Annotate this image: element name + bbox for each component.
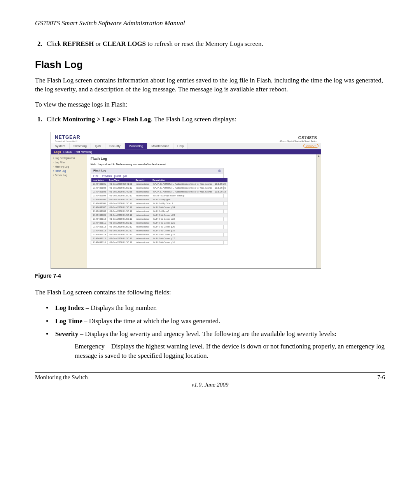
header-rule xyxy=(35,29,385,29)
pager-first[interactable]: First xyxy=(93,175,98,177)
sub-tabs: LogsRMONPort Mirroring xyxy=(51,149,321,154)
table-row: 214748361201-Jan-2000 01:50:12Informatio… xyxy=(91,225,228,229)
footer-left: Monitoring the Switch xyxy=(35,374,88,381)
sidebar-item-flash-log[interactable]: › Flash Log xyxy=(53,170,84,172)
tab-monitoring[interactable]: Monitoring xyxy=(125,143,147,149)
table-row: 214748360901-Jan-2000 01:50:12Informatio… xyxy=(91,213,228,217)
field-bullet: Log Index – Displays the log number. xyxy=(46,303,385,313)
step-number: 2. xyxy=(37,40,47,48)
tab-maintenance[interactable]: Maintenance xyxy=(147,143,173,149)
fields-lead: The Flash Log screen contains the follow… xyxy=(35,288,385,297)
tab-security[interactable]: Security xyxy=(105,143,125,149)
table-row: 214748360401-Jan-2000 01:50:12Informatio… xyxy=(91,194,228,198)
footer-version: v1.0, June 2009 xyxy=(35,382,385,388)
intro-paragraph: The Flash Log screen contains informatio… xyxy=(35,76,385,94)
log-table: Log IndexLog TimeSeverityDescription2147… xyxy=(91,178,228,245)
table-row: 214748360101-Jan-2000 02:41:01Informatio… xyxy=(91,182,228,186)
panel-title: Flash Log xyxy=(91,157,317,161)
field-bullet: Log Time – Displays the time at which th… xyxy=(46,317,385,326)
table-row: 214748360201-Jan-2000 01:50:12Informatio… xyxy=(91,186,228,190)
sidebar-item-server-log[interactable]: › Server Log xyxy=(53,174,84,177)
help-icon[interactable]: ⓘ xyxy=(218,169,221,173)
subtab-port-mirroring[interactable]: Port Mirroring xyxy=(75,150,92,154)
col-severity: Severity xyxy=(134,178,151,182)
tab-qos[interactable]: QoS xyxy=(91,143,105,149)
pager-all[interactable]: All xyxy=(124,175,127,177)
footer-right: 7-6 xyxy=(377,374,385,381)
section-heading-flash-log: Flash Log xyxy=(35,59,385,71)
col-description: Description xyxy=(151,178,228,182)
pager-next[interactable]: Next xyxy=(116,175,121,177)
scrollbar[interactable] xyxy=(316,154,321,268)
sidebar: › Log Configuration› Log Filter› Memory … xyxy=(51,154,87,268)
col-log-time: Log Time xyxy=(108,178,134,182)
step-text: Click REFRESH or CLEAR LOGS to refresh o… xyxy=(47,40,385,48)
step-2: 2. Click REFRESH or CLEAR LOGS to refres… xyxy=(37,40,385,48)
doc-header: GS700TS Smart Switch Software Administra… xyxy=(35,19,385,27)
table-row: 214748360801-Jan-2000 01:50:12Informatio… xyxy=(91,209,228,213)
table-row: 214748361101-Jan-2000 01:50:12Informatio… xyxy=(91,221,228,225)
table-row: 214748361001-Jan-2000 01:50:12Informatio… xyxy=(91,217,228,221)
sidebar-item-log-configuration[interactable]: › Log Configuration xyxy=(53,157,84,159)
field-sub-bullet: Emergency – Displays the highest warning… xyxy=(67,342,385,360)
figure-caption: Figure 7-4 xyxy=(35,273,385,279)
logout-button[interactable]: LOGOUT xyxy=(303,144,318,148)
step-text: Click Monitoring > Logs > Flash Log. The… xyxy=(47,116,385,123)
screenshot-flash-log: NETGEAR Connect with Innovation™ GS748TS… xyxy=(51,132,321,269)
table-row: 214748361301-Jan-2000 01:50:12Informatio… xyxy=(91,229,228,233)
main-panel: Flash Log Note: Logs stored in flash mem… xyxy=(87,154,321,268)
table-row: 214748361601-Jan-2000 01:50:12Informatio… xyxy=(91,240,228,244)
subtab-rmon[interactable]: RMON xyxy=(63,150,72,154)
table-row: 214748361501-Jan-2000 01:50:12Informatio… xyxy=(91,236,228,240)
table-row: 214748361401-Jan-2000 01:50:12Informatio… xyxy=(91,233,228,236)
table-row: 214748360501-Jan-2000 01:50:12Informatio… xyxy=(91,198,228,201)
subtab-logs[interactable]: Logs xyxy=(54,150,61,154)
step-number: 1. xyxy=(37,116,47,123)
flash-note: Note: Logs stored in flash memory are sa… xyxy=(91,163,317,166)
device-model-sub: 48-port Gigabit Stackable Smart Switch xyxy=(280,140,317,142)
table-row: 214748360701-Jan-2000 01:50:12Informatio… xyxy=(91,205,228,209)
pager: First| Previous| Next| All xyxy=(91,174,223,178)
pager-previous[interactable]: Previous xyxy=(102,175,112,177)
sidebar-item-memory-log[interactable]: › Memory Log xyxy=(53,165,84,168)
field-list: Log Index – Displays the log number.Log … xyxy=(46,303,385,360)
field-bullet: Severity – Displays the log severity and… xyxy=(46,329,385,360)
device-model: GS748TS xyxy=(280,135,317,140)
col-log-index: Log Index xyxy=(91,178,108,182)
lead-sentence: To view the message logs in Flash: xyxy=(35,100,385,109)
tab-help[interactable]: Help xyxy=(173,143,188,149)
tab-switching[interactable]: Switching xyxy=(70,143,91,149)
brand-tagline: Connect with Innovation™ xyxy=(55,140,80,142)
brand-logo: NETGEAR xyxy=(55,135,80,140)
inner-panel-title: Flash Log xyxy=(93,169,106,173)
table-row: 214748360301-Jan-2000 01:49:55Informatio… xyxy=(91,190,228,194)
step-1: 1. Click Monitoring > Logs > Flash Log. … xyxy=(37,116,385,123)
footer-rule xyxy=(35,372,385,373)
sidebar-item-log-filter[interactable]: › Log Filter xyxy=(53,161,84,164)
tab-system[interactable]: System xyxy=(51,143,70,149)
table-row: 214748360601-Jan-2000 01:50:12Informatio… xyxy=(91,201,228,205)
main-tabs: SystemSwitchingQoSSecurityMonitoringMain… xyxy=(51,143,321,149)
